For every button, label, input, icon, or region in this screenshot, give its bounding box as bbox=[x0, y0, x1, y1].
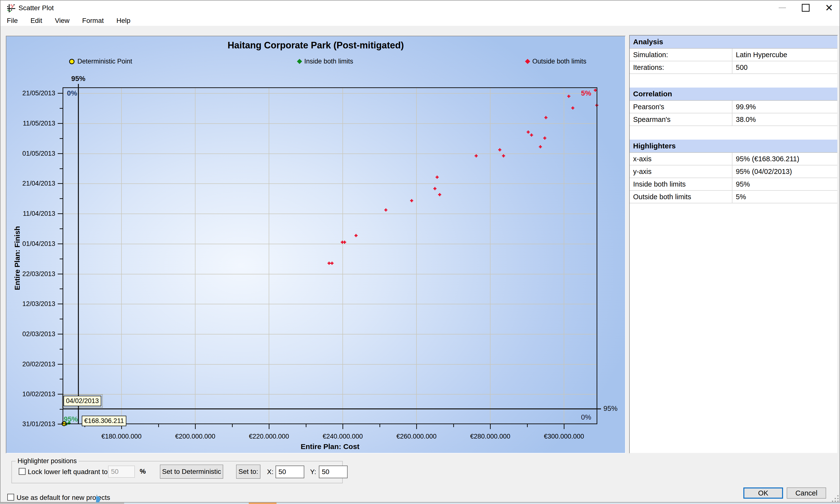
deterministic-point-marker-icon bbox=[69, 59, 74, 64]
percent-label: % bbox=[140, 468, 146, 475]
x-major-tick bbox=[269, 424, 269, 429]
y-major-tick bbox=[58, 183, 63, 184]
legend-label: Inside both limits bbox=[304, 58, 353, 65]
y-tick-label: 12/03/2013 bbox=[14, 300, 55, 308]
x-tick-label: €200.000.000 bbox=[175, 433, 215, 440]
y-tick-label: 02/03/2013 bbox=[14, 330, 55, 338]
y-minor-tick bbox=[59, 258, 63, 259]
panel-section-header: Highlighters bbox=[630, 140, 837, 153]
x-minor-tick bbox=[306, 424, 307, 427]
lock-quadrant-checkbox[interactable] bbox=[19, 468, 25, 475]
panel-row: Pearson's99.9% bbox=[630, 101, 837, 113]
y-highlighter-tooltip-wrap: 04/02/2013 bbox=[62, 394, 103, 408]
ok-button[interactable]: OK bbox=[743, 487, 783, 499]
maximize-button[interactable] bbox=[795, 0, 816, 15]
title-bar: Scatter Plot ✕ bbox=[0, 0, 840, 16]
y-minor-tick bbox=[59, 379, 63, 379]
x-tick-label: €240.000.000 bbox=[322, 433, 363, 440]
minimize-button[interactable] bbox=[772, 0, 793, 15]
panel-row-value: 38.0% bbox=[732, 113, 837, 126]
plot-border bbox=[63, 87, 597, 424]
menu-item-format[interactable]: Format bbox=[76, 16, 110, 26]
desktop-strip-segment bbox=[277, 503, 840, 504]
panel-row: x-axis95% (€168.306.211) bbox=[630, 153, 837, 165]
scatter-plot-window: Scatter Plot ✕ FileEditViewFormatHelp Ha… bbox=[0, 0, 840, 503]
menu-item-help[interactable]: Help bbox=[110, 16, 137, 26]
menu-item-file[interactable]: File bbox=[0, 16, 24, 26]
outside-both-limits-marker-icon bbox=[525, 59, 530, 64]
y-major-tick bbox=[58, 364, 63, 365]
x-value-input[interactable]: 50 bbox=[276, 466, 304, 478]
y-minor-tick bbox=[59, 229, 63, 229]
panel-row-value: 95% (04/02/2013) bbox=[732, 165, 837, 178]
x-tick-label: €260.000.000 bbox=[396, 433, 436, 440]
close-button[interactable]: ✕ bbox=[819, 0, 840, 15]
panel-row-label: Spearman's bbox=[630, 113, 732, 126]
panel-row-value: 99.9% bbox=[732, 101, 837, 113]
x-minor-tick bbox=[527, 424, 528, 427]
x-minor-tick bbox=[380, 424, 380, 427]
panel-row: Iterations:500 bbox=[630, 61, 837, 74]
quadrant-label-top-right: 5% bbox=[567, 89, 591, 97]
y-major-tick bbox=[58, 334, 63, 335]
app-icon bbox=[6, 4, 16, 13]
y-minor-tick bbox=[59, 288, 63, 289]
cancel-button[interactable]: Cancel bbox=[787, 487, 826, 499]
resize-grip[interactable] bbox=[830, 495, 840, 502]
y-minor-tick bbox=[59, 198, 63, 199]
x-minor-tick bbox=[232, 424, 233, 427]
y-tick-label: 01/05/2013 bbox=[14, 149, 55, 157]
x-tick-label: €280.000.000 bbox=[470, 433, 510, 440]
desktop-strip-segment bbox=[0, 503, 124, 504]
desktop-strip-segment bbox=[249, 503, 277, 504]
panel-section-header: Analysis bbox=[630, 36, 837, 49]
y-highlighter-right-label: 95% bbox=[603, 404, 617, 413]
window-title: Scatter Plot bbox=[18, 4, 54, 12]
y-major-tick bbox=[58, 304, 63, 304]
x-tick-label: €300.000.000 bbox=[544, 433, 584, 440]
set-to-deterministic-button[interactable]: Set to Deterministic bbox=[160, 465, 223, 479]
y-value-input[interactable]: 50 bbox=[319, 466, 348, 478]
y-input-label: Y: bbox=[310, 468, 316, 476]
x-minor-tick bbox=[453, 424, 454, 427]
chart-title: Haitang Corporate Park (Post-mitigated) bbox=[6, 40, 625, 51]
set-to-button[interactable]: Set to: bbox=[236, 465, 260, 479]
x-highlighter-top-label: 95% bbox=[66, 75, 90, 83]
y-tick-label: 10/02/2013 bbox=[14, 391, 55, 398]
legend-item: Deterministic Point bbox=[69, 58, 132, 65]
maximize-icon bbox=[802, 4, 809, 12]
y-axis-title: Entire Plan: Finish bbox=[13, 221, 21, 294]
panel-row-value: 95% bbox=[732, 178, 837, 190]
use-default-checkbox[interactable] bbox=[7, 494, 14, 501]
x-tick-label: €220.000.000 bbox=[249, 433, 289, 440]
x-major-tick bbox=[416, 424, 417, 429]
y-major-tick bbox=[58, 244, 63, 244]
y-minor-tick bbox=[59, 138, 63, 139]
lock-value-input[interactable]: 50 bbox=[108, 466, 135, 478]
panel-row-label: y-axis bbox=[630, 165, 732, 178]
panel-row-label: Iterations: bbox=[630, 61, 732, 73]
plot-area[interactable]: €180.000.000€200.000.000€220.000.000€240… bbox=[63, 87, 597, 424]
taskbar-icon-fragment bbox=[96, 496, 100, 503]
panel-row-label: x-axis bbox=[630, 153, 732, 165]
lock-quadrant-label: Lock lower left quadrant to: bbox=[28, 468, 109, 476]
x-tick-label: €180.000.000 bbox=[101, 433, 141, 440]
x-input-label: X: bbox=[267, 468, 273, 476]
close-icon: ✕ bbox=[825, 3, 833, 13]
panel-row-value: 500 bbox=[732, 61, 837, 73]
panel-row-label: Inside both limits bbox=[630, 178, 732, 190]
groupbox-label: Highlighter positions bbox=[16, 457, 78, 465]
y-major-tick bbox=[58, 123, 63, 124]
panel-row: y-axis95% (04/02/2013) bbox=[630, 165, 837, 178]
y-major-tick bbox=[58, 424, 63, 425]
panel-row: Spearman's38.0% bbox=[630, 113, 837, 126]
menu-item-edit[interactable]: Edit bbox=[24, 16, 49, 26]
menu-item-view[interactable]: View bbox=[49, 16, 76, 26]
chart-panel: Haitang Corporate Park (Post-mitigated) … bbox=[6, 36, 626, 453]
panel-row: Inside both limits95% bbox=[630, 178, 837, 191]
menu-bar: FileEditViewFormatHelp bbox=[0, 16, 840, 26]
panel-row-label: Pearson's bbox=[630, 101, 732, 113]
y-tick-label: 21/04/2013 bbox=[14, 180, 55, 187]
y-minor-tick bbox=[59, 108, 63, 109]
panel-section-gap bbox=[630, 203, 837, 217]
